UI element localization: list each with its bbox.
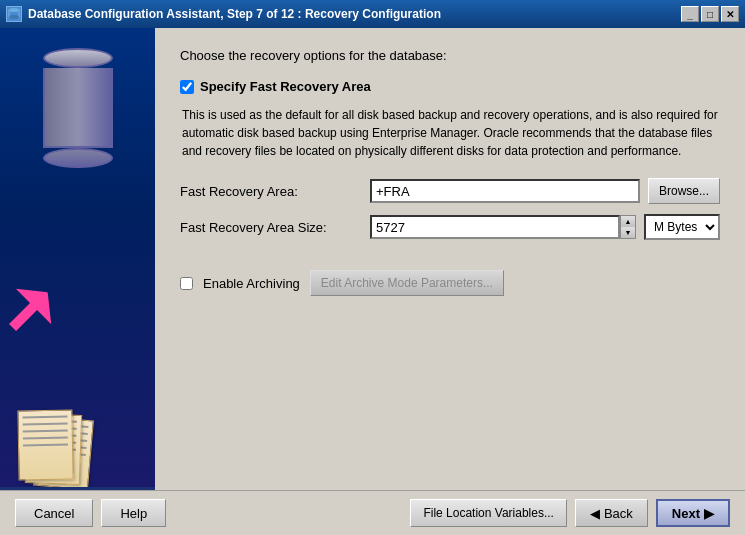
- enable-archiving-row: Enable Archiving Edit Archive Mode Param…: [180, 270, 720, 296]
- maximize-button[interactable]: □: [701, 6, 719, 22]
- specify-fast-recovery-checkbox[interactable]: [180, 80, 194, 94]
- svg-point-2: [9, 15, 19, 19]
- specify-fast-recovery-row: Specify Fast Recovery Area: [180, 79, 720, 94]
- bottom-bar: Cancel Help File Location Variables... ◀…: [0, 490, 745, 535]
- left-panel: [0, 28, 155, 490]
- spinner-down-button[interactable]: ▼: [621, 227, 635, 238]
- title-bar: Database Configuration Assistant, Step 7…: [0, 0, 745, 28]
- size-input-wrapper: ▲ ▼: [370, 215, 636, 239]
- bottom-right-buttons: File Location Variables... ◀ Back Next ▶: [410, 499, 730, 527]
- app-icon: [6, 6, 22, 22]
- title-bar-left: Database Configuration Assistant, Step 7…: [6, 6, 441, 22]
- next-label: Next: [672, 506, 700, 521]
- help-button[interactable]: Help: [101, 499, 166, 527]
- section-description: Choose the recovery options for the data…: [180, 48, 720, 63]
- close-button[interactable]: ✕: [721, 6, 739, 22]
- enable-archiving-checkbox[interactable]: [180, 277, 193, 290]
- title-bar-text: Database Configuration Assistant, Step 7…: [28, 7, 441, 21]
- panel-separator: [0, 487, 155, 490]
- window-controls[interactable]: _ □ ✕: [681, 6, 739, 22]
- bottom-left-buttons: Cancel Help: [15, 499, 166, 527]
- size-spinner[interactable]: ▲ ▼: [620, 215, 636, 239]
- svg-point-1: [9, 8, 19, 12]
- main-window: Choose the recovery options for the data…: [0, 28, 745, 535]
- cancel-button[interactable]: Cancel: [15, 499, 93, 527]
- back-arrow-icon: ◀: [590, 506, 600, 521]
- unit-select[interactable]: M Bytes G Bytes T Bytes: [644, 214, 720, 240]
- fast-recovery-size-row: Fast Recovery Area Size: ▲ ▼ M Bytes G B…: [180, 214, 720, 240]
- browse-button[interactable]: Browse...: [648, 178, 720, 204]
- fast-recovery-area-input[interactable]: [370, 179, 640, 203]
- minimize-button[interactable]: _: [681, 6, 699, 22]
- description-text: This is used as the default for all disk…: [180, 106, 720, 160]
- back-button[interactable]: ◀ Back: [575, 499, 648, 527]
- spinner-up-button[interactable]: ▲: [621, 216, 635, 227]
- file-location-variables-button[interactable]: File Location Variables...: [410, 499, 567, 527]
- specify-fast-recovery-label: Specify Fast Recovery Area: [200, 79, 371, 94]
- database-cylinder-icon: [43, 48, 113, 168]
- fast-recovery-area-label: Fast Recovery Area:: [180, 184, 370, 199]
- fast-recovery-size-label: Fast Recovery Area Size:: [180, 220, 370, 235]
- right-panel: Choose the recovery options for the data…: [155, 28, 745, 490]
- fast-recovery-area-row: Fast Recovery Area: Browse...: [180, 178, 720, 204]
- next-button[interactable]: Next ▶: [656, 499, 730, 527]
- fast-recovery-size-input[interactable]: [370, 215, 620, 239]
- arrow-icon: [0, 275, 65, 346]
- edit-archive-mode-button[interactable]: Edit Archive Mode Parameters...: [310, 270, 504, 296]
- enable-archiving-label: Enable Archiving: [203, 276, 300, 291]
- back-label: Back: [604, 506, 633, 521]
- next-arrow-icon: ▶: [704, 506, 714, 521]
- content-area: Choose the recovery options for the data…: [0, 28, 745, 490]
